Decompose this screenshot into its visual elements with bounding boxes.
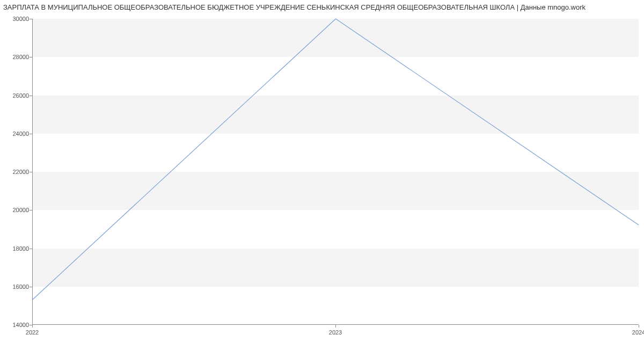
y-tick [30, 134, 32, 134]
y-tick [30, 249, 32, 249]
x-tick [639, 325, 639, 328]
y-tick-label: 16000 [3, 283, 29, 290]
y-tick [30, 287, 32, 287]
y-tick-label: 22000 [3, 169, 29, 175]
y-tick-label: 18000 [3, 245, 29, 252]
x-tick-label: 2022 [26, 329, 39, 336]
y-tick-label: 14000 [3, 322, 29, 328]
plot-area [32, 19, 639, 325]
y-tick [30, 210, 32, 210]
y-tick-label: 26000 [3, 92, 29, 99]
line-svg [33, 19, 639, 324]
chart-title: ЗАРПЛАТА В МУНИЦИПАЛЬНОЕ ОБЩЕОБРАЗОВАТЕЛ… [0, 0, 644, 13]
x-tick-label: 2023 [329, 329, 342, 336]
y-tick-label: 28000 [3, 54, 29, 60]
y-tick-label: 20000 [3, 207, 29, 213]
x-tick [335, 325, 336, 328]
y-tick-label: 24000 [3, 130, 29, 137]
y-tick [30, 172, 32, 172]
y-tick [30, 96, 32, 96]
x-tick-label: 2024 [632, 329, 644, 336]
x-tick [32, 325, 33, 328]
y-tick [30, 19, 32, 19]
series-line [33, 19, 639, 300]
chart-container: 1400016000180002000022000240002600028000… [0, 13, 644, 346]
y-tick-label: 30000 [3, 16, 29, 22]
y-tick [30, 57, 32, 57]
